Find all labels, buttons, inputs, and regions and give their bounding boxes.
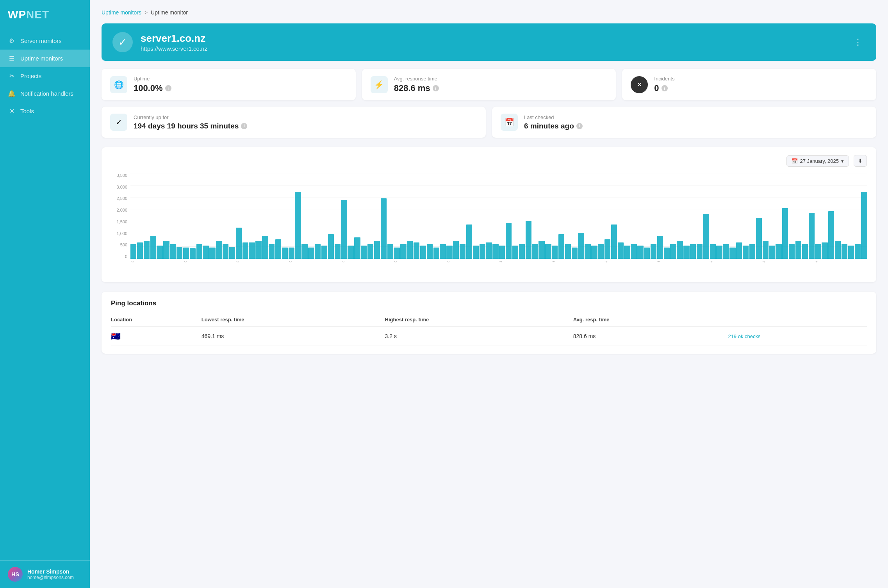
last-checked-info-icon[interactable]: i (576, 123, 583, 129)
chart-bar (321, 246, 327, 259)
chart-bar (710, 244, 716, 259)
uptime-label: Uptime (134, 76, 171, 82)
chart-bar (335, 244, 341, 259)
chevron-down-icon: ▾ (841, 158, 844, 164)
chart-bar (519, 244, 525, 259)
x-label: 12:24:03 (551, 261, 563, 268)
chart-bar (130, 244, 136, 259)
x-label: 03:02:03 (235, 261, 247, 268)
sidebar-nav: ⚙ Server monitors ☰ Uptime monitors ✂ Pr… (0, 28, 90, 560)
sidebar-item-notification-handlers[interactable]: 🔔 Notification handlers (0, 85, 90, 102)
breadcrumb-current: Uptime monitor (151, 9, 188, 16)
table-header-row: Location Lowest resp. time Highest resp.… (111, 314, 867, 327)
chart-bar (729, 248, 735, 259)
chart-bar (275, 239, 281, 259)
chart-bar (460, 244, 465, 259)
x-label (376, 261, 387, 268)
col-highest: Highest resp. time (385, 314, 573, 327)
sidebar-item-projects[interactable]: ✂ Projects (0, 67, 90, 85)
chart-bar (631, 244, 637, 259)
chart-bar (716, 246, 722, 259)
chart-bar (506, 223, 512, 259)
currently-up-card: ✓ Currently up for 194 days 19 hours 35 … (102, 107, 486, 138)
chart-bar (822, 242, 827, 259)
last-checked-value: 6 minutes ago i (524, 122, 583, 130)
chart-bar (558, 234, 564, 259)
chart-bar (809, 213, 815, 259)
sidebar-item-projects-label: Projects (20, 73, 41, 79)
chart-bar (763, 241, 769, 259)
logo-text: WPNET (8, 9, 82, 21)
chart-bar (433, 248, 439, 259)
globe-icon: 🌐 (114, 80, 124, 89)
sidebar-item-server-monitors[interactable]: ⚙ Server monitors (0, 32, 90, 50)
x-label (569, 261, 580, 268)
avatar: HS (8, 567, 23, 582)
chart-bar (170, 244, 176, 259)
incidents-stat-card: ✕ Incidents 0 i (622, 69, 876, 100)
calendar-icon: 📅 (501, 114, 518, 131)
chart-bar (743, 246, 749, 259)
chart-bar (387, 244, 393, 259)
incidents-value: 0 i (654, 83, 674, 93)
sidebar-item-notification-handlers-label: Notification handlers (20, 90, 73, 97)
date-selector[interactable]: 📅 27 January, 2025 ▾ (786, 155, 849, 167)
currently-up-icon: ✓ (110, 114, 127, 131)
chart-bar (644, 248, 650, 259)
currently-up-info-icon[interactable]: i (241, 123, 247, 129)
chart-bar (776, 244, 781, 259)
sidebar-item-uptime-monitors-label: Uptime monitors (20, 55, 63, 62)
x-label (726, 261, 738, 268)
chart-bar (637, 246, 643, 259)
x-label (849, 261, 861, 268)
highest-resp-time: 3.2 s (385, 327, 573, 346)
x-axis: 00:05:0401:34:0303:02:0304:30:0506:25:07… (111, 261, 867, 274)
chart-bar (414, 242, 419, 259)
sidebar-item-tools[interactable]: ✕ Tools (0, 102, 90, 120)
chart-bar (374, 241, 380, 259)
chart-bar (545, 244, 551, 259)
chart-bar (328, 234, 334, 259)
x-label (533, 261, 545, 268)
x-label (831, 261, 843, 268)
main-content: Uptime monitors > Uptime monitor ✓ serve… (90, 0, 888, 588)
ping-title: Ping locations (111, 299, 867, 307)
bell-icon: 🔔 (8, 90, 16, 97)
chart-bar (651, 244, 656, 259)
ping-table-body: 🇦🇺 469.1 ms 3.2 s 828.6 ms 219 ok checks (111, 327, 867, 346)
x-label: 01:34:03 (183, 261, 195, 268)
monitor-menu-button[interactable]: ⋮ (851, 36, 865, 49)
monitor-url: https://www.server1.co.nz (141, 45, 843, 52)
chart-bar (802, 244, 808, 259)
chart-bar (565, 244, 571, 259)
chart-bar (789, 244, 795, 259)
x-label (674, 261, 685, 268)
chart-bar (842, 244, 847, 259)
response-label: Avg. response time (394, 76, 439, 82)
currently-up-info: Currently up for 194 days 19 hours 35 mi… (134, 114, 247, 130)
response-stat-card: ⚡ Avg. response time 828.6 ms i (362, 69, 616, 100)
chart-bar (289, 248, 294, 259)
incidents-info-icon[interactable]: i (662, 85, 668, 91)
chart-bar (420, 246, 426, 259)
x-label: 16:53:02 (709, 261, 720, 268)
lightning-icon: ⚡ (374, 80, 384, 89)
breadcrumb-parent[interactable]: Uptime monitors (102, 9, 141, 16)
incidents-stat-info: Incidents 0 i (654, 76, 674, 93)
chart-bar (381, 198, 387, 259)
sidebar-item-uptime-monitors[interactable]: ☰ Uptime monitors (0, 50, 90, 67)
response-value: 828.6 ms i (394, 83, 439, 93)
response-info-icon[interactable]: i (433, 85, 439, 91)
chart-bar (670, 244, 676, 259)
chart-bar (407, 241, 413, 259)
currently-up-label: Currently up for (134, 114, 247, 120)
chart-bar (756, 218, 762, 259)
x-label: 06:25:07 (341, 261, 353, 268)
download-button[interactable]: ⬇ (854, 155, 867, 167)
table-row: 🇦🇺 469.1 ms 3.2 s 828.6 ms 219 ok checks (111, 327, 867, 346)
uptime-info-icon[interactable]: i (165, 85, 171, 91)
chart-bar (144, 241, 150, 259)
x-label: 00:05:04 (130, 261, 142, 268)
x-label (481, 261, 493, 268)
chart-bar (137, 242, 143, 259)
